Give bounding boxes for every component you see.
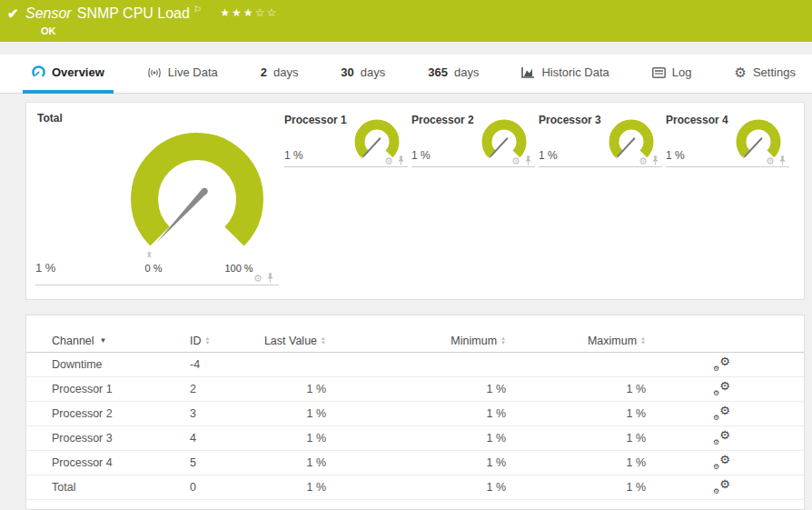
channel-settings-gears-icon[interactable]: ⚙⚙ [713, 431, 730, 445]
column-label: ID [190, 335, 202, 347]
channel-settings-gear-icon[interactable]: ⚙ [384, 156, 393, 166]
status-badge: OK [41, 25, 56, 36]
channel-settings-gear-icon[interactable]: ⚙ [253, 274, 262, 284]
average-marker: x̄ [147, 250, 152, 259]
column-header-channel[interactable]: Channel ▼ [52, 335, 190, 347]
cell-maximum: 1 % [506, 432, 646, 445]
tab-live-data[interactable]: Live Data [138, 55, 227, 94]
channel-settings-gear-icon[interactable]: ⚙ [511, 156, 520, 166]
pin-icon[interactable] [397, 155, 405, 166]
tab-historic-data[interactable]: Historic Data [512, 55, 618, 94]
tab-bar: Overview Live Data 2 days 30 days 365 da… [0, 55, 812, 94]
priority-stars[interactable]: ★★★☆☆ [220, 6, 278, 19]
cell-minimum: 1 % [326, 383, 506, 395]
tab-label: Historic Data [541, 65, 609, 79]
cell-id: 3 [190, 407, 244, 420]
total-gauge-actions: ⚙ [253, 273, 274, 284]
channel-settings-gears-icon[interactable]: ⚙⚙ [713, 382, 730, 396]
star-empty-icon[interactable]: ☆ [266, 6, 278, 19]
star-empty-icon[interactable]: ☆ [255, 6, 267, 19]
cell-id: 4 [190, 432, 244, 445]
column-label: Last Value [264, 335, 317, 347]
processor-gauge-label: Processor 2 [411, 114, 474, 126]
cell-minimum: 1 % [326, 432, 506, 445]
processor-gauge-actions: ⚙ [384, 155, 405, 166]
cell-id: -4 [190, 358, 244, 371]
table-row: Downtime -4 ⚙⚙ [26, 353, 804, 377]
star-filled-icon[interactable]: ★ [220, 6, 232, 19]
pin-icon[interactable] [651, 155, 659, 166]
column-header-minimum[interactable]: Minimum ▲▼ [326, 335, 506, 347]
cell-channel: Processor 2 [52, 407, 190, 420]
processor-gauge-underline [284, 166, 408, 167]
processor-gauge-value: 1 % [539, 149, 558, 162]
processor-gauge-actions: ⚙ [639, 155, 659, 166]
channel-settings-gear-icon[interactable]: ⚙ [639, 156, 648, 166]
column-header-last-value[interactable]: Last Value ▲▼ [244, 335, 326, 347]
cell-minimum: 1 % [326, 481, 506, 494]
processor-gauge-label: Processor 3 [539, 114, 601, 126]
tab-30-days[interactable]: 30 days [332, 55, 394, 94]
tab-number: 365 [428, 65, 448, 79]
channel-settings-gears-icon[interactable]: ⚙⚙ [713, 455, 730, 470]
processor-2-gauge-cell: Processor 2 1 % ⚙ [411, 103, 535, 299]
processor-3-gauge-cell: Processor 3 1 % ⚙ [539, 103, 662, 299]
tab-2-days[interactable]: 2 days [252, 55, 308, 94]
cell-maximum: 1 % [506, 407, 646, 420]
tab-number: 30 [341, 65, 353, 79]
tab-label: days [454, 65, 479, 79]
sensor-header: ✔ SensorSNMP CPU Load⚐ ★★★☆☆ OK [0, 0, 812, 42]
processor-gauge-value: 1 % [666, 149, 685, 162]
processor-gauge-actions: ⚙ [511, 155, 532, 166]
cell-channel: Total [52, 481, 190, 494]
processor-gauge-label: Processor 1 [284, 114, 347, 126]
tab-365-days[interactable]: 365 days [419, 55, 488, 94]
cell-maximum: 1 % [506, 383, 646, 395]
cell-last-value: 1 % [244, 481, 326, 494]
status-check-icon: ✔ [7, 5, 19, 22]
cell-id: 0 [190, 481, 244, 494]
column-header-maximum[interactable]: Maximum ▲▼ [506, 335, 646, 347]
tab-label: days [273, 65, 298, 79]
table-row: Processor 4 5 1 % 1 % 1 % ⚙⚙ [26, 451, 804, 475]
page-title: SensorSNMP CPU Load⚐ ★★★☆☆ [25, 5, 278, 22]
processor-gauge-actions: ⚙ [766, 155, 787, 166]
cell-channel: Processor 1 [52, 383, 190, 395]
channel-settings-gears-icon[interactable]: ⚙⚙ [713, 480, 730, 495]
cell-id: 2 [190, 383, 244, 395]
star-filled-icon[interactable]: ★ [232, 6, 243, 19]
tab-label: Log [672, 65, 692, 79]
pin-icon[interactable] [778, 155, 787, 166]
tab-log[interactable]: Log [643, 55, 701, 94]
star-filled-icon[interactable]: ★ [243, 6, 255, 19]
tab-settings[interactable]: ⚙ Settings [725, 55, 804, 94]
overview-gauges-panel: Total x̄ 1 % 0 % 100 % ⚙ Processor 1 1 %… [25, 102, 805, 300]
cell-minimum: 1 % [326, 456, 506, 469]
tab-number: 2 [261, 65, 267, 79]
column-header-id[interactable]: ID ▲▼ [190, 335, 244, 347]
channel-settings-gears-icon[interactable]: ⚙⚙ [713, 406, 730, 421]
cell-last-value: 1 % [244, 407, 326, 420]
sensor-type-label: Sensor [25, 5, 72, 21]
processor-gauge-value: 1 % [284, 149, 303, 162]
cell-last-value: 1 % [244, 432, 326, 445]
sensor-name: SNMP CPU Load [77, 5, 190, 21]
column-label: Maximum [588, 335, 637, 347]
total-scale-min: 0 % [128, 263, 179, 274]
flag-icon: ⚐ [193, 5, 202, 15]
pin-icon[interactable] [266, 273, 274, 284]
tab-label: Overview [52, 65, 104, 79]
log-icon [652, 67, 666, 78]
table-row: Processor 2 3 1 % 1 % 1 % ⚙⚙ [26, 402, 804, 426]
total-gauge-value: 1 % [35, 261, 55, 275]
channel-settings-gear-icon[interactable]: ⚙ [766, 156, 775, 166]
channel-settings-gears-icon[interactable]: ⚙⚙ [713, 357, 730, 372]
tab-overview[interactable]: Overview [23, 55, 114, 94]
processor-1-gauge-cell: Processor 1 1 % ⚙ [284, 103, 408, 299]
total-gauge: x̄ [120, 125, 274, 275]
pin-icon[interactable] [524, 155, 532, 166]
sort-icon: ▲▼ [205, 336, 211, 345]
table-header-row: Channel ▼ ID ▲▼ Last Value ▲▼ Minimum ▲▼… [26, 329, 804, 353]
processor-gauge-underline [411, 166, 535, 167]
processor-gauge-label: Processor 4 [666, 114, 728, 126]
